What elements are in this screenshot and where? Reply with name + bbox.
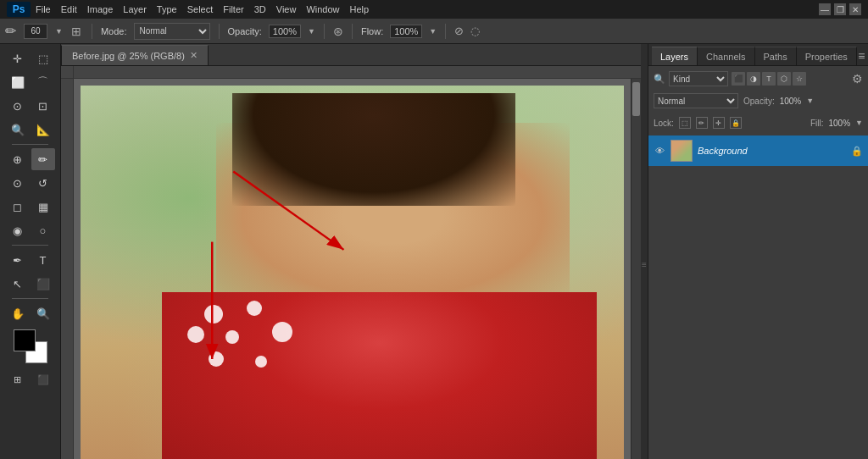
airbrush-icon[interactable]: ⊛ bbox=[333, 25, 343, 38]
lock-all-btn[interactable]: 🔒 bbox=[730, 117, 742, 129]
canvas-with-rulers: 25% ⤴ Doc: 49.2M/49.2M ▶ bbox=[61, 66, 641, 459]
tab-paths[interactable]: Paths bbox=[755, 47, 797, 65]
zoom-tool-button[interactable]: 🔍 bbox=[31, 302, 55, 324]
quick-select-button[interactable]: ⊙ bbox=[6, 95, 30, 117]
ruler-row bbox=[61, 66, 641, 79]
menu-3d[interactable]: 3D bbox=[254, 4, 266, 14]
close-button[interactable]: ✕ bbox=[849, 3, 861, 15]
menu-help[interactable]: Help bbox=[350, 4, 370, 14]
crop-tool-button[interactable]: ⊡ bbox=[31, 95, 55, 117]
minimize-button[interactable]: — bbox=[819, 3, 831, 15]
type-tool-button[interactable]: T bbox=[31, 249, 55, 271]
photo-area bbox=[81, 86, 624, 459]
panel-options-button[interactable]: ≡ bbox=[857, 47, 866, 65]
layer-lock-icon: 🔒 bbox=[851, 146, 863, 157]
tool-group-3: ⊙ ⊡ bbox=[3, 95, 58, 117]
foreground-color-swatch[interactable] bbox=[14, 329, 36, 351]
layer-name[interactable]: Background bbox=[698, 146, 846, 156]
spot-heal-button[interactable]: ⊕ bbox=[6, 148, 30, 170]
pen-tool-button[interactable]: ✒ bbox=[6, 249, 30, 271]
tab-layers[interactable]: Layers bbox=[652, 47, 698, 65]
marquee-tool-button[interactable]: ⬜ bbox=[6, 71, 30, 93]
filter-type-btn[interactable]: T bbox=[762, 72, 776, 86]
blur-button[interactable]: ◉ bbox=[6, 219, 30, 241]
title-bar-left: Ps File Edit Image Layer Type Select Fil… bbox=[7, 2, 369, 17]
layers-controls: 🔍 Kind Name Effect Mode Attribute Color … bbox=[648, 66, 868, 135]
filter-smart-btn[interactable]: ☆ bbox=[793, 72, 806, 86]
shape-tool-button[interactable]: ⬛ bbox=[31, 273, 55, 295]
artboard-tool-button[interactable]: ⬚ bbox=[31, 47, 55, 69]
menu-edit[interactable]: Edit bbox=[61, 4, 77, 14]
menu-window[interactable]: Window bbox=[306, 4, 339, 14]
mode-select[interactable]: Normal Multiply Screen Overlay bbox=[134, 23, 210, 40]
filter-toggle-icon[interactable]: ⚙ bbox=[852, 72, 863, 86]
lasso-tool-button[interactable]: ⌒ bbox=[31, 71, 55, 93]
layer-item-background[interactable]: 👁 Background 🔒 bbox=[648, 135, 868, 166]
menu-image[interactable]: Image bbox=[87, 4, 114, 14]
panel-drag-handle[interactable]: ≡ bbox=[641, 44, 648, 459]
opacity-dropdown-icon[interactable]: ▼ bbox=[806, 97, 814, 105]
menu-filter[interactable]: Filter bbox=[223, 4, 243, 14]
tool-group-5: ⊕ ✏ bbox=[3, 148, 58, 170]
opacity-value[interactable]: 100% bbox=[780, 97, 802, 106]
pressure-icon[interactable]: ⊘ bbox=[454, 25, 464, 37]
tool-group-7: ◻ ▦ bbox=[3, 196, 58, 218]
flow-dropdown-icon[interactable]: ▼ bbox=[429, 27, 437, 36]
flow-value[interactable]: 100% bbox=[390, 25, 422, 38]
opacity-label: Opacity: bbox=[743, 97, 775, 106]
opacity-label: Opacity: bbox=[228, 26, 262, 36]
lock-transparent-btn[interactable]: ⬚ bbox=[679, 117, 691, 129]
menu-layer[interactable]: Layer bbox=[123, 4, 147, 14]
tab-channels[interactable]: Channels bbox=[698, 47, 754, 65]
gradient-button[interactable]: ▦ bbox=[31, 196, 55, 218]
measure-tool-button[interactable]: 📐 bbox=[31, 119, 55, 141]
brush-size-input[interactable]: 60 bbox=[24, 24, 47, 39]
visibility-toggle[interactable]: 👁 bbox=[654, 145, 665, 157]
brush-size-dropdown-icon[interactable]: ▼ bbox=[55, 27, 63, 36]
brush-settings-icon[interactable]: ⊞ bbox=[71, 25, 81, 38]
blend-mode-select[interactable]: Normal Dissolve Multiply Screen Overlay bbox=[654, 93, 738, 108]
opacity-dropdown-icon[interactable]: ▼ bbox=[308, 27, 315, 36]
dodge-button[interactable]: ○ bbox=[31, 219, 55, 241]
smoothing-icon[interactable]: ◌ bbox=[470, 25, 480, 37]
fill-value[interactable]: 100% bbox=[829, 119, 851, 128]
doc-tabs: Before.jpg @ 25% (RGB/8) ✕ bbox=[61, 44, 641, 66]
lock-position-btn[interactable]: ✛ bbox=[713, 117, 725, 129]
doc-tab-label: Before.jpg @ 25% (RGB/8) bbox=[72, 51, 185, 61]
opacity-value[interactable]: 100% bbox=[269, 25, 301, 38]
document-tab[interactable]: Before.jpg @ 25% (RGB/8) ✕ bbox=[61, 45, 209, 65]
flow-label: Flow: bbox=[361, 26, 383, 36]
lock-image-btn[interactable]: ✏ bbox=[696, 117, 708, 129]
menu-file[interactable]: File bbox=[36, 4, 51, 14]
filter-pixel-btn[interactable]: ⬛ bbox=[732, 72, 745, 86]
filter-adj-btn[interactable]: ◑ bbox=[747, 72, 760, 86]
tab-properties[interactable]: Properties bbox=[797, 47, 857, 65]
menu-select[interactable]: Select bbox=[187, 4, 214, 14]
brush-tool-icon: ✏ bbox=[5, 23, 16, 39]
layer-kind-select[interactable]: Kind Name Effect Mode Attribute Color bbox=[669, 71, 728, 86]
menu-type[interactable]: Type bbox=[157, 4, 177, 14]
clone-stamp-button[interactable]: ⊙ bbox=[6, 172, 30, 194]
fill-dropdown-icon[interactable]: ▼ bbox=[855, 119, 863, 127]
filter-shape-btn[interactable]: ⬡ bbox=[777, 72, 791, 86]
filter-icon-btns: ⬛ ◑ T ⬡ ☆ bbox=[732, 72, 806, 86]
tool-group-11: ✋ 🔍 bbox=[3, 302, 58, 324]
canvas-area[interactable] bbox=[74, 79, 631, 459]
layers-list: 👁 Background 🔒 bbox=[648, 135, 868, 459]
path-select-button[interactable]: ↖ bbox=[6, 273, 30, 295]
brush-tool-button[interactable]: ✏ bbox=[31, 148, 55, 170]
tool-sep-3 bbox=[12, 298, 48, 299]
canvas-vscroll[interactable] bbox=[631, 79, 641, 459]
fill-label: Fill: bbox=[810, 119, 824, 128]
eraser-button[interactable]: ◻ bbox=[6, 196, 30, 218]
eyedropper-button[interactable]: 🔍 bbox=[6, 119, 30, 141]
canvas-vscroll-thumb[interactable] bbox=[632, 82, 640, 116]
screen-mode-button[interactable]: ⊞ bbox=[6, 368, 30, 390]
maximize-button[interactable]: ❐ bbox=[834, 3, 846, 15]
history-brush-button[interactable]: ↺ bbox=[31, 172, 55, 194]
quick-mask-button[interactable]: ⬛ bbox=[31, 368, 55, 390]
move-tool-button[interactable]: ✛ bbox=[6, 47, 30, 69]
doc-tab-close[interactable]: ✕ bbox=[190, 50, 198, 61]
menu-view[interactable]: View bbox=[276, 4, 297, 14]
hand-tool-button[interactable]: ✋ bbox=[6, 302, 30, 324]
